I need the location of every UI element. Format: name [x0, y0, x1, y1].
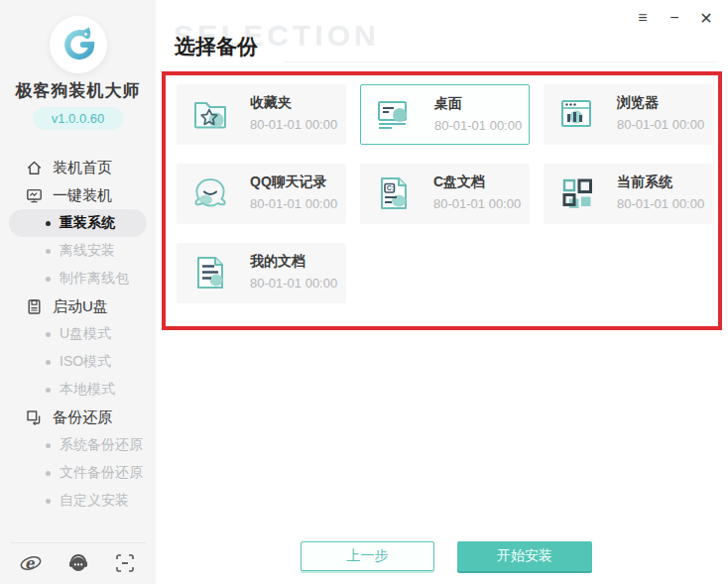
backup-card-my-documents[interactable]: 我的文档 80-01-01 00:00 [177, 243, 346, 303]
sidebar-item-one-key-install[interactable]: 一键装机 [0, 181, 156, 209]
bullet-icon [46, 388, 51, 393]
monitor-icon [26, 187, 43, 204]
sidebar-item-custom-install[interactable]: 自定义安装 [0, 487, 156, 515]
card-title: 浏览器 [617, 94, 659, 112]
sidebar: 极客狗装机大师 v1.0.0.60 装机首页 一键装机 重装系统 [0, 0, 156, 584]
sidebar-item-boot-usb[interactable]: 启动U盘 [0, 292, 156, 320]
backup-card-browser[interactable]: 浏览器 80-01-01 00:00 [544, 84, 713, 145]
backup-restore-icon [26, 409, 43, 426]
window-close-button[interactable]: ✕ [694, 6, 718, 30]
card-date: 80-01-01 00:00 [617, 196, 704, 211]
card-title: 当前系统 [617, 174, 672, 191]
sidebar-item-label: 启动U盘 [53, 297, 108, 316]
start-install-button[interactable]: 开始安装 [457, 541, 592, 571]
window-controls: ≡ − ✕ [631, 6, 718, 30]
version-badge: v1.0.0.60 [33, 107, 124, 130]
sidebar-item-label: 重装系统 [60, 214, 115, 232]
current-system-icon [556, 173, 598, 214]
backup-card-c-drive-documents[interactable]: C: C盘文档 80-01-01 00:00 [360, 164, 530, 224]
sidebar-item-backup-restore[interactable]: 备份还原 [0, 404, 156, 431]
sidebar-item-offline-install[interactable]: 离线安装 [0, 237, 156, 265]
title-divider [283, 61, 718, 62]
backup-card-current-system[interactable]: 当前系统 80-01-01 00:00 [544, 164, 713, 224]
bullet-icon [46, 360, 51, 365]
my-documents-icon [189, 252, 231, 293]
customer-service-headset-icon[interactable] [67, 552, 89, 574]
bullet-icon [46, 499, 51, 504]
bullet-icon [46, 249, 51, 254]
card-date: 80-01-01 00:00 [434, 118, 522, 133]
sidebar-item-local-mode[interactable]: 本地模式 [0, 376, 156, 404]
card-date: 80-01-01 00:00 [433, 196, 521, 211]
sidebar-item-label: 一键装机 [53, 186, 112, 205]
sidebar-item-label: U盘模式 [60, 325, 111, 343]
bullet-icon [46, 277, 51, 282]
qr-scan-icon[interactable] [114, 552, 136, 574]
backup-card-qq-chat-history[interactable]: QQ聊天记录 80-01-01 00:00 [177, 164, 346, 224]
sidebar-item-system-backup-restore[interactable]: 系统备份还原 [0, 431, 156, 459]
bullet-icon [46, 221, 51, 226]
folder-star-icon [189, 93, 231, 135]
backup-card-favorites[interactable]: 收藏夹 80-01-01 00:00 [177, 84, 346, 145]
backup-card-desktop[interactable]: 桌面 80-01-01 00:00 [360, 84, 530, 145]
sidebar-item-label: 装机首页 [53, 159, 112, 177]
card-title: 桌面 [434, 95, 462, 113]
sidebar-item-label: 制作离线包 [60, 270, 129, 288]
main-panel: ≡ − ✕ SELECTION 选择备份 收藏夹 80-01-01 00:00 [156, 0, 728, 584]
app-logo [50, 16, 107, 73]
window-minimize-button[interactable]: − [663, 6, 686, 30]
c-drive-document-icon: C: [373, 173, 415, 214]
card-title: C盘文档 [433, 174, 485, 191]
bullet-icon [46, 471, 51, 476]
app-title: 极客狗装机大师 [0, 79, 156, 102]
sidebar-item-label: 自定义安装 [60, 492, 129, 510]
card-title: QQ聊天记录 [250, 174, 327, 191]
card-date: 80-01-01 00:00 [250, 276, 337, 291]
browser-icon [556, 93, 598, 135]
usb-disk-icon [26, 298, 43, 315]
bullet-icon [46, 332, 51, 337]
qq-penguin-icon [189, 173, 231, 214]
sidebar-item-label: 本地模式 [60, 381, 115, 399]
card-date: 80-01-01 00:00 [617, 117, 704, 132]
card-title: 收藏夹 [250, 94, 292, 112]
sidebar-item-make-offline-pack[interactable]: 制作离线包 [0, 265, 156, 292]
card-date: 80-01-01 00:00 [250, 196, 337, 211]
card-title: 我的文档 [250, 253, 305, 271]
sidebar-divider [10, 542, 146, 543]
sidebar-item-usb-mode[interactable]: U盘模式 [0, 320, 156, 348]
sidebar-item-reinstall-system[interactable]: 重装系统 [9, 209, 147, 237]
home-icon [26, 160, 43, 176]
page-title: 选择备份 [175, 33, 258, 60]
sidebar-item-label: 备份还原 [53, 409, 112, 427]
app-window: 极客狗装机大师 v1.0.0.60 装机首页 一键装机 重装系统 [0, 0, 728, 584]
desktop-icon [373, 93, 415, 135]
previous-step-button[interactable]: 上一步 [301, 541, 434, 571]
card-date: 80-01-01 00:00 [250, 117, 337, 132]
sidebar-menu: 装机首页 一键装机 重装系统 离线安装 制作离线包 [0, 154, 156, 515]
sidebar-item-label: ISO模式 [60, 353, 111, 371]
bullet-icon [46, 443, 51, 448]
sidebar-item-install-home[interactable]: 装机首页 [0, 154, 156, 181]
geek-dog-logo-icon [59, 23, 98, 66]
ie-browser-icon[interactable]: e [20, 552, 42, 574]
c-drive-label: C: [387, 184, 394, 191]
sidebar-toolbar: e [0, 547, 156, 579]
sidebar-item-file-backup-restore[interactable]: 文件备份还原 [0, 459, 156, 487]
sidebar-item-iso-mode[interactable]: ISO模式 [0, 348, 156, 376]
sidebar-item-label: 系统备份还原 [60, 436, 143, 454]
sidebar-item-label: 文件备份还原 [60, 464, 143, 482]
window-menu-button[interactable]: ≡ [631, 6, 655, 30]
sidebar-item-label: 离线安装 [60, 242, 115, 260]
